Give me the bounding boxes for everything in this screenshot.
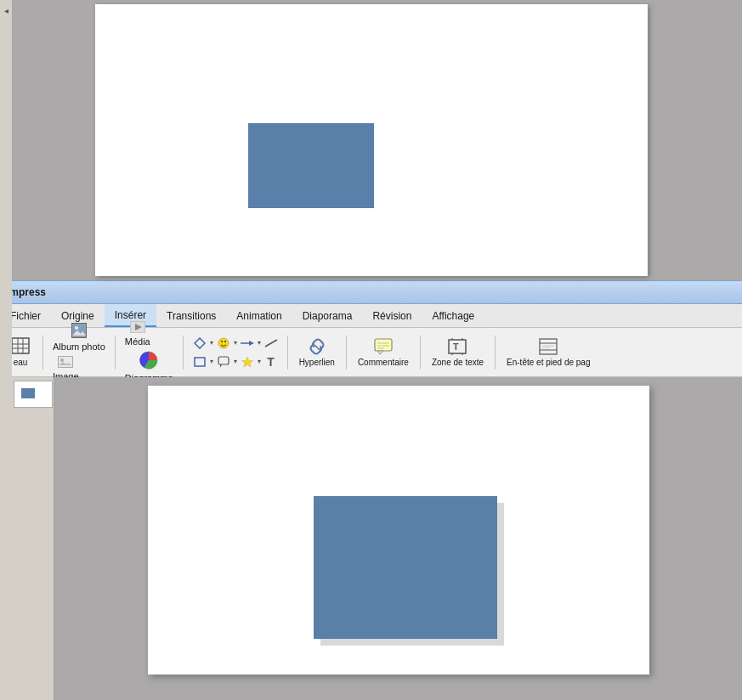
rect-dropdown-arrow[interactable]: ▾ <box>210 358 213 365</box>
svg-rect-8 <box>59 357 72 367</box>
album-photo-button[interactable]: Album photo <box>48 321 110 353</box>
svg-line-21 <box>265 340 277 347</box>
commentaire-icon <box>373 337 394 358</box>
separator-6 <box>420 336 421 370</box>
diamond-shape-btn[interactable] <box>190 335 209 352</box>
svg-line-26 <box>314 345 320 350</box>
svg-point-16 <box>221 341 223 342</box>
svg-marker-25 <box>241 357 252 367</box>
media-button[interactable]: Média <box>121 319 155 348</box>
top-slide-preview-area <box>0 0 742 280</box>
rect-shape-btn[interactable] <box>190 353 209 370</box>
separator-2 <box>115 336 116 370</box>
commentaire-label: Commentaire <box>358 358 409 367</box>
entete-pied-icon <box>538 337 558 358</box>
diagramme-icon <box>139 351 158 370</box>
callout-dropdown-arrow[interactable]: ▾ <box>234 358 237 365</box>
image-icon <box>58 356 73 368</box>
svg-rect-22 <box>195 358 205 366</box>
album-photo-label: Album photo <box>53 342 105 352</box>
left-edge-arrow[interactable]: ◂ <box>4 6 8 15</box>
svg-point-6 <box>75 326 78 330</box>
star-dropdown-arrow[interactable]: ▾ <box>258 358 261 365</box>
svg-marker-28 <box>378 351 383 354</box>
tableau-icon <box>11 337 30 357</box>
svg-point-15 <box>218 338 229 348</box>
menu-affichage[interactable]: Affichage <box>422 304 484 327</box>
zone-texte-label: Zone de texte <box>432 358 484 367</box>
separator-3 <box>183 336 184 370</box>
hyperlien-icon <box>307 337 327 358</box>
arrow-btn[interactable] <box>238 335 257 352</box>
slides-thumbnail-panel <box>12 377 54 700</box>
separator-4 <box>287 336 288 370</box>
main-slide-canvas[interactable] <box>148 386 649 675</box>
media-icon <box>130 321 145 333</box>
left-edge-panel: ◂ <box>0 0 12 700</box>
svg-marker-19 <box>249 341 254 346</box>
top-blue-rectangle <box>248 123 374 208</box>
menu-bar: Fichier Origine Insérer Transitions Anim… <box>0 304 742 328</box>
svg-marker-24 <box>220 364 222 368</box>
top-slide-canvas <box>95 4 648 276</box>
svg-rect-27 <box>375 339 392 351</box>
hyperlien-button[interactable]: Hyperlien <box>293 335 341 370</box>
hyperlien-label: Hyperlien <box>299 358 335 367</box>
separator-1 <box>42 336 43 370</box>
slide-thumbnail-1[interactable] <box>14 381 53 408</box>
arrow-dropdown-arrow[interactable]: ▾ <box>258 339 261 347</box>
zone-texte-icon: T <box>447 337 467 358</box>
text-t-btn[interactable]: T <box>262 353 280 370</box>
smiley-btn[interactable] <box>214 335 233 352</box>
svg-marker-14 <box>195 338 205 348</box>
line-btn[interactable] <box>262 335 280 352</box>
separator-5 <box>346 336 347 370</box>
diamond-dropdown-arrow[interactable]: ▾ <box>210 339 213 347</box>
menu-diaporama[interactable]: Diaporama <box>292 304 363 327</box>
zone-texte-button[interactable]: T Zone de texte <box>426 335 490 370</box>
callout-btn[interactable] <box>214 353 233 370</box>
media-label: Média <box>125 336 150 347</box>
app-title-bar: Impress <box>0 280 742 304</box>
star-btn[interactable] <box>238 353 257 370</box>
menu-animation[interactable]: Animation <box>226 304 292 327</box>
svg-point-9 <box>60 358 64 362</box>
svg-rect-0 <box>12 338 29 353</box>
main-blue-rectangle[interactable] <box>314 496 497 639</box>
smiley-dropdown-arrow[interactable]: ▾ <box>234 339 237 347</box>
svg-point-17 <box>224 341 226 342</box>
separator-7 <box>495 336 496 370</box>
slide-thumb-blue-rect <box>21 388 35 398</box>
toolbar: eau Album photo Ima <box>0 328 742 377</box>
entete-pied-button[interactable]: En-tête et pied de pag <box>501 335 596 370</box>
tableau-label: eau <box>14 358 28 367</box>
commentaire-button[interactable]: Commentaire <box>352 335 415 370</box>
menu-revision[interactable]: Révision <box>362 304 422 327</box>
svg-text:T: T <box>453 342 459 352</box>
svg-rect-23 <box>218 357 229 364</box>
editor-canvas-area <box>54 377 742 700</box>
app-title: Impress <box>7 286 46 298</box>
entete-pied-label: En-tête et pied de pag <box>507 358 590 367</box>
album-photo-icon <box>71 323 87 338</box>
svg-rect-38 <box>540 339 557 354</box>
shape-row-2: ▾ ▾ ▾ T <box>190 353 280 370</box>
main-editing-area: ◂ <box>0 377 742 700</box>
shape-row-1: ▾ ▾ ▾ <box>190 335 280 352</box>
